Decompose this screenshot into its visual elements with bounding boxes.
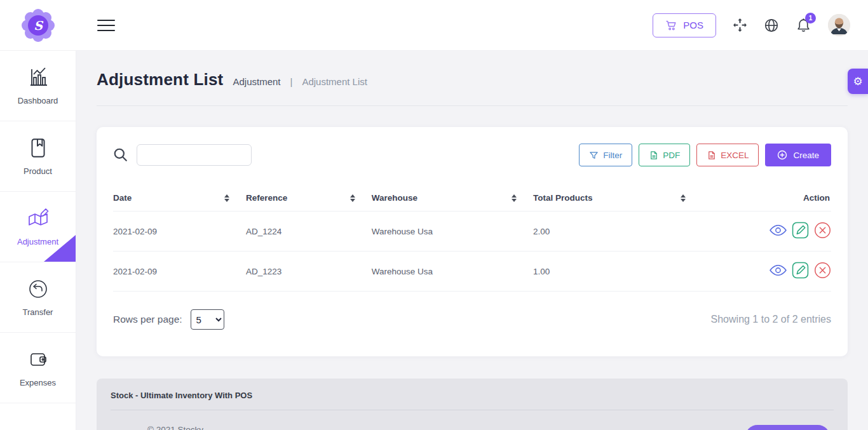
- page-footer: Stock - Ultimate Inventory With POS © 20…: [97, 379, 848, 430]
- settings-fab-button[interactable]: ⚙: [848, 69, 868, 94]
- footer-title: Stock - Ultimate Inventory With POS: [111, 391, 834, 400]
- rows-per-page-select[interactable]: 5: [191, 309, 224, 330]
- card-toolbar: Filter PDF EXCEL: [113, 144, 831, 166]
- cell-warehouse: Warehouse Usa: [372, 252, 533, 292]
- sidebar-item-expenses[interactable]: Expenses: [0, 333, 76, 403]
- search-icon: [113, 147, 128, 163]
- user-avatar[interactable]: [828, 14, 850, 36]
- delete-button[interactable]: [814, 262, 831, 281]
- sidebar: Dashboard Product Adjustment Transfer: [0, 51, 76, 430]
- main-content: Adjustment List Adjustment | Adjustment …: [76, 51, 868, 430]
- sidebar-item-adjustment[interactable]: Adjustment: [0, 192, 76, 262]
- search-area: [113, 144, 252, 166]
- excel-label: EXCEL: [721, 151, 749, 160]
- pdf-label: PDF: [663, 151, 680, 160]
- cell-warehouse: Warehouse Usa: [372, 212, 533, 252]
- product-book-icon: [27, 137, 49, 159]
- sidebar-item-transfer[interactable]: Transfer: [0, 262, 76, 333]
- eye-icon: [770, 264, 787, 276]
- adjustment-map-pencil-icon: [26, 207, 50, 230]
- avatar-photo: [828, 14, 850, 36]
- language-button[interactable]: [764, 18, 779, 33]
- excel-button[interactable]: EXCEL: [696, 144, 759, 166]
- filter-button[interactable]: Filter: [579, 144, 632, 166]
- pdf-button[interactable]: PDF: [639, 144, 690, 166]
- showing-entries-text: Showing 1 to 2 of 2 entries: [711, 314, 831, 325]
- active-corner-marker: [44, 235, 76, 262]
- breadcrumb-current: Adjustment List: [302, 76, 367, 87]
- edit-pencil-icon: [792, 262, 809, 279]
- app-logo[interactable]: S: [0, 9, 76, 42]
- x-circle-icon: [814, 222, 831, 239]
- rows-per-page-label: Rows per page:: [113, 314, 182, 325]
- notifications-button[interactable]: 1: [796, 17, 811, 33]
- menu-toggle-button[interactable]: [97, 19, 115, 32]
- cell-reference: AD_1224: [246, 212, 372, 252]
- plus-circle-icon: [777, 150, 787, 160]
- cell-date: 2021-02-09: [113, 212, 246, 252]
- hamburger-icon: [97, 20, 115, 21]
- cell-total-products: 2.00: [533, 212, 702, 252]
- pos-button[interactable]: POS: [653, 13, 716, 37]
- sidebar-item-label: Dashboard: [18, 96, 58, 105]
- svg-text:S: S: [34, 18, 44, 32]
- adjustments-table: Date Reference Warehouse Total Products …: [113, 187, 831, 292]
- table-row: 2021-02-09 AD_1223 Warehouse Usa 1.00: [113, 252, 831, 292]
- globe-icon: [764, 18, 779, 33]
- table-row: 2021-02-09 AD_1224 Warehouse Usa 2.00: [113, 212, 831, 252]
- pagination-bar: Rows per page: 5 Showing 1 to 2 of 2 ent…: [113, 309, 831, 330]
- edit-button[interactable]: [792, 222, 809, 241]
- table-actions: Filter PDF EXCEL: [579, 144, 831, 166]
- excel-file-icon: [707, 151, 716, 160]
- filter-funnel-icon: [589, 151, 599, 160]
- pdf-file-icon: [649, 151, 658, 160]
- filter-label: Filter: [603, 151, 622, 160]
- column-header-action: Action: [702, 187, 831, 212]
- adjustment-list-card: Filter PDF EXCEL: [97, 127, 848, 356]
- expenses-wallet-icon: [27, 348, 50, 371]
- column-header-reference[interactable]: Reference: [246, 187, 372, 212]
- cell-date: 2021-02-09: [113, 252, 246, 292]
- cell-reference: AD_1223: [246, 252, 372, 292]
- sidebar-item-label: Transfer: [23, 307, 53, 317]
- fullscreen-button[interactable]: [733, 18, 747, 32]
- create-button[interactable]: Create: [765, 144, 831, 166]
- breadcrumb-separator: |: [290, 76, 293, 87]
- copyright-block: © 2021 Stocky All rights reserved: [147, 425, 216, 430]
- gear-icon: ⚙: [853, 75, 862, 88]
- transfer-icon: [27, 278, 50, 300]
- logo-flower-icon: S: [22, 9, 55, 42]
- search-input[interactable]: [137, 144, 252, 166]
- cell-actions: [702, 212, 831, 252]
- sort-icon: [681, 194, 686, 202]
- table-header-row: Date Reference Warehouse Total Products …: [113, 187, 831, 212]
- x-circle-icon: [814, 262, 831, 279]
- eye-icon: [770, 224, 787, 236]
- pos-label: POS: [683, 20, 703, 30]
- sort-icon: [350, 194, 355, 202]
- header-divider: [97, 105, 848, 106]
- sidebar-item-dashboard[interactable]: Dashboard: [0, 51, 76, 121]
- edit-pencil-icon: [792, 222, 809, 239]
- edit-button[interactable]: [792, 262, 809, 281]
- column-header-warehouse[interactable]: Warehouse: [372, 187, 533, 212]
- column-header-date[interactable]: Date: [113, 187, 246, 212]
- delete-button[interactable]: [814, 222, 831, 241]
- sort-icon: [224, 194, 229, 202]
- page-title: Adjustment List: [97, 70, 223, 90]
- notification-badge: 1: [805, 13, 816, 24]
- create-label: Create: [793, 151, 819, 160]
- copyright-text: © 2021 Stocky: [147, 425, 216, 430]
- buy-stocky-button[interactable]: Buy Stocky: [745, 425, 830, 430]
- top-header: S POS: [0, 0, 868, 51]
- cell-actions: [702, 252, 831, 292]
- cart-icon: [665, 20, 677, 31]
- sidebar-item-product[interactable]: Product: [0, 121, 76, 192]
- sidebar-item-label: Expenses: [20, 378, 56, 387]
- dashboard-icon: [27, 66, 50, 89]
- view-button[interactable]: [770, 264, 787, 278]
- view-button[interactable]: [770, 224, 787, 238]
- column-header-total-products[interactable]: Total Products: [533, 187, 702, 212]
- breadcrumb-parent[interactable]: Adjustment: [233, 76, 280, 87]
- page-header: Adjustment List Adjustment | Adjustment …: [76, 51, 868, 90]
